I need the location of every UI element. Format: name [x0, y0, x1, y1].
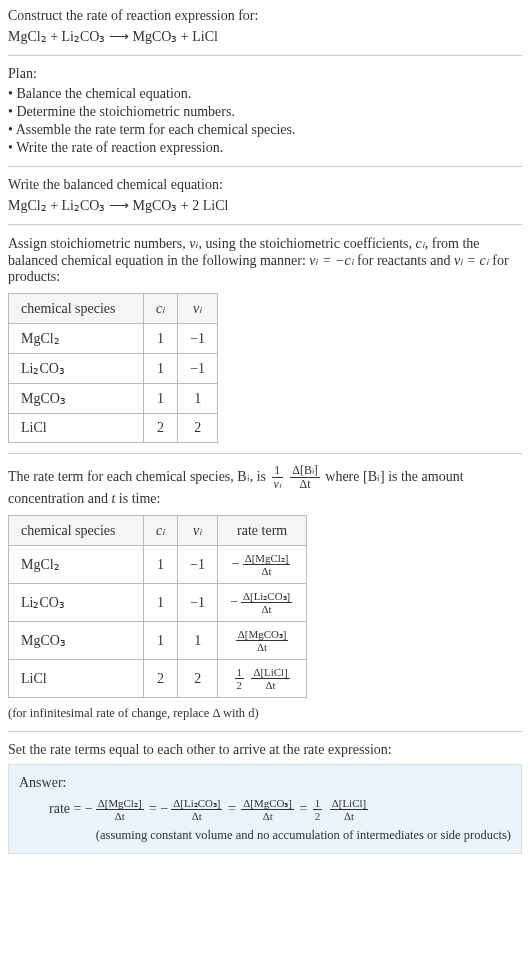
nu-cell: −1	[178, 354, 218, 384]
fraction-denominator: 2	[235, 679, 244, 691]
term: Δ[MgCO₃]Δt	[239, 801, 299, 816]
rate-term-section: The rate term for each chemical species,…	[8, 464, 522, 721]
table-row: MgCl₂ 1 −1 −Δ[MgCl₂]Δt	[9, 546, 307, 584]
plan-item: • Assemble the rate term for each chemic…	[8, 122, 522, 138]
minus-sign: −	[160, 801, 168, 816]
stoich-table: chemical species cᵢ νᵢ MgCl₂ 1 −1 Li₂CO₃…	[8, 293, 218, 443]
rate-fraction: Δ[MgCO₃]Δt	[236, 628, 289, 653]
table-header: chemical species	[9, 516, 144, 546]
answer-equation: rate = −Δ[MgCl₂]Δt = −Δ[Li₂CO₃]Δt = Δ[Mg…	[19, 797, 511, 822]
rate-term-intro: The rate term for each chemical species,…	[8, 464, 522, 507]
balanced-equation: MgCl₂ + Li₂CO₃ ⟶ MgCO₃ + 2 LiCl	[8, 197, 522, 214]
minus-sign: −	[85, 801, 93, 816]
nu-cell: 2	[178, 660, 218, 698]
table-row: Li₂CO₃ 1 −1 −Δ[Li₂CO₃]Δt	[9, 584, 307, 622]
table-header: rate term	[218, 516, 307, 546]
fraction-numerator: Δ[MgCO₃]	[241, 797, 294, 810]
nu-cell: −1	[178, 324, 218, 354]
nu-cell: −1	[178, 584, 218, 622]
rate-fraction: Δ[Li₂CO₃]Δt	[241, 590, 292, 615]
fraction-denominator: Δt	[330, 810, 368, 822]
fraction-numerator: 1	[272, 464, 283, 478]
rate-fraction: Δ[LiCl]Δt	[330, 797, 368, 822]
fraction-numerator: Δ[LiCl]	[330, 797, 368, 810]
fraction-numerator: 1	[313, 797, 322, 810]
coef-fraction: 12	[235, 666, 244, 691]
rate-prefix: rate =	[49, 801, 85, 816]
divider	[8, 453, 522, 454]
fraction-numerator: Δ[Li₂CO₃]	[171, 797, 222, 810]
fraction-denominator: Δt	[241, 603, 292, 615]
final-heading: Set the rate terms equal to each other t…	[8, 742, 522, 758]
rate-term-intro-text: The rate term for each chemical species,…	[8, 469, 270, 484]
stoich-reactant-rel: νᵢ = −cᵢ	[309, 253, 353, 268]
plan-list: • Balance the chemical equation. • Deter…	[8, 86, 522, 156]
delta-b-fraction: Δ[Bᵢ] Δt	[290, 464, 320, 491]
fraction-denominator: Δt	[236, 641, 289, 653]
c-cell: 1	[144, 546, 178, 584]
fraction-denominator: Δt	[171, 810, 222, 822]
rate-term-cell: −Δ[Li₂CO₃]Δt	[218, 584, 307, 622]
stoich-intro-text: , using the stoichiometric coefficients,	[198, 236, 415, 251]
species-cell: MgCO₃	[9, 384, 144, 414]
nu-cell: 1	[178, 384, 218, 414]
species-cell: LiCl	[9, 660, 144, 698]
table-row: MgCl₂ 1 −1	[9, 324, 218, 354]
fraction-numerator: Δ[MgCO₃]	[236, 628, 289, 641]
fraction-denominator: Δt	[96, 810, 144, 822]
c-cell: 1	[144, 324, 178, 354]
fraction-numerator: Δ[MgCl₂]	[243, 552, 291, 565]
equals-sign: =	[149, 801, 160, 816]
rate-term-intro-text: is time:	[115, 491, 160, 506]
term: −Δ[MgCl₂]Δt	[85, 801, 149, 816]
c-cell: 1	[144, 354, 178, 384]
rate-fraction: Δ[LiCl]Δt	[251, 666, 289, 691]
rate-fraction: Δ[MgCl₂]Δt	[96, 797, 144, 822]
species-cell: Li₂CO₃	[9, 354, 144, 384]
divider	[8, 224, 522, 225]
divider	[8, 731, 522, 732]
table-row: MgCO₃ 1 1	[9, 384, 218, 414]
final-section: Set the rate terms equal to each other t…	[8, 742, 522, 854]
fraction-numerator: Δ[LiCl]	[251, 666, 289, 679]
fraction-denominator: Δt	[241, 810, 294, 822]
species-cell: MgCl₂	[9, 546, 144, 584]
stoich-intro-text: for reactants and	[354, 253, 454, 268]
plan-item: • Balance the chemical equation.	[8, 86, 522, 102]
species-cell: MgCO₃	[9, 622, 144, 660]
table-row: LiCl 2 2	[9, 414, 218, 443]
coef-fraction: 12	[313, 797, 322, 822]
divider	[8, 166, 522, 167]
balanced-heading: Write the balanced chemical equation:	[8, 177, 522, 193]
plan-section: Plan: • Balance the chemical equation. •…	[8, 66, 522, 156]
rate-fraction: Δ[MgCO₃]Δt	[241, 797, 294, 822]
fraction-numerator: Δ[MgCl₂]	[96, 797, 144, 810]
plan-heading: Plan:	[8, 66, 522, 82]
rate-fraction: Δ[MgCl₂]Δt	[243, 552, 291, 577]
c-cell: 1	[144, 584, 178, 622]
equals-sign: =	[299, 801, 310, 816]
table-header: νᵢ	[178, 294, 218, 324]
c-cell: 1	[144, 384, 178, 414]
table-header: cᵢ	[144, 294, 178, 324]
answer-note: (assuming constant volume and no accumul…	[19, 828, 511, 843]
term: 12 Δ[LiCl]Δt	[311, 801, 370, 816]
balanced-section: Write the balanced chemical equation: Mg…	[8, 177, 522, 214]
equals-sign: =	[228, 801, 239, 816]
table-header-row: chemical species cᵢ νᵢ rate term	[9, 516, 307, 546]
table-row: Li₂CO₃ 1 −1	[9, 354, 218, 384]
fraction-denominator: Δt	[290, 478, 320, 491]
table-row: MgCO₃ 1 1 Δ[MgCO₃]Δt	[9, 622, 307, 660]
rate-term-cell: 12 Δ[LiCl]Δt	[218, 660, 307, 698]
divider	[8, 55, 522, 56]
stoich-intro: Assign stoichiometric numbers, νᵢ, using…	[8, 235, 522, 285]
rate-term-note: (for infinitesimal rate of change, repla…	[8, 706, 522, 721]
rate-term-cell: −Δ[MgCl₂]Δt	[218, 546, 307, 584]
fraction-denominator: νᵢ	[272, 478, 283, 491]
stoich-product-rel: νᵢ = cᵢ	[454, 253, 489, 268]
one-over-nu-fraction: 1 νᵢ	[272, 464, 283, 491]
table-header: νᵢ	[178, 516, 218, 546]
rate-fraction: Δ[Li₂CO₃]Δt	[171, 797, 222, 822]
fraction-numerator: 1	[235, 666, 244, 679]
table-row: LiCl 2 2 12 Δ[LiCl]Δt	[9, 660, 307, 698]
